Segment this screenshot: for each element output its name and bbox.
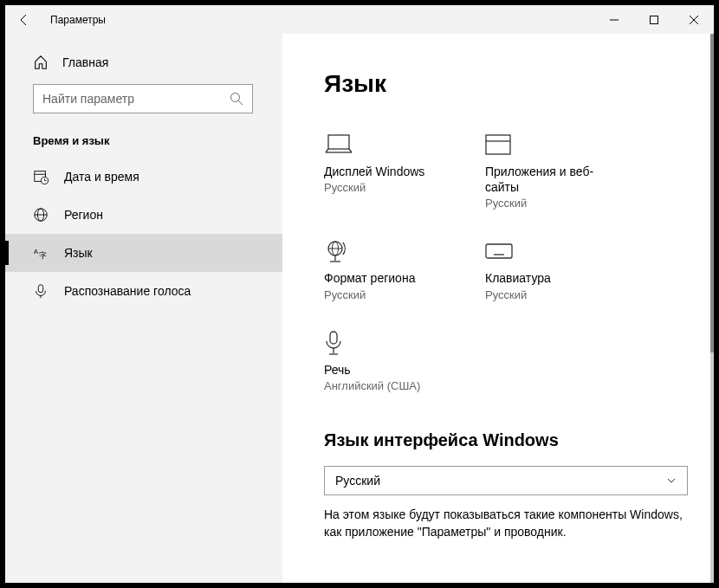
- titlebar: Параметры: [5, 5, 714, 34]
- section-display-language-title: Язык интерфейса Windows: [324, 430, 688, 450]
- tile-apps-websites[interactable]: Приложения и веб-сайты Русский: [485, 129, 615, 210]
- page-title: Язык: [324, 70, 688, 98]
- back-button[interactable]: [14, 10, 35, 30]
- tile-label: Клавиатура: [485, 270, 615, 286]
- dropdown-value: Русский: [335, 474, 666, 488]
- chevron-down-icon: [666, 475, 677, 486]
- sidebar-section-header: Время и язык: [5, 113, 282, 158]
- tile-value: Русский: [485, 197, 615, 210]
- window-icon: [485, 134, 511, 155]
- svg-rect-22: [486, 244, 512, 258]
- language-icon: A字: [33, 245, 49, 261]
- calendar-clock-icon: [33, 169, 49, 184]
- home-icon: [33, 55, 49, 70]
- nav-label: Дата и время: [64, 170, 139, 184]
- tile-keyboard[interactable]: Клавиатура Русский: [485, 236, 615, 300]
- nav-item-region[interactable]: Регион: [5, 196, 282, 234]
- keyboard-icon: [485, 242, 513, 261]
- maximize-button[interactable]: [634, 5, 674, 34]
- display-language-dropdown[interactable]: Русский: [324, 466, 688, 495]
- tile-speech[interactable]: Речь Английский (США): [324, 327, 454, 392]
- home-label: Главная: [62, 55, 108, 69]
- nav-item-datetime[interactable]: Дата и время: [5, 158, 282, 196]
- svg-line-3: [239, 101, 243, 106]
- svg-rect-31: [330, 332, 337, 344]
- tile-label: Дисплей Windows: [324, 164, 454, 179]
- globe-icon: [33, 207, 49, 223]
- tile-value: Русский: [324, 288, 454, 301]
- home-link[interactable]: Главная: [5, 46, 282, 79]
- tile-region-format[interactable]: Формат региона Русский: [324, 236, 454, 300]
- microphone-icon: [33, 283, 49, 299]
- search-icon: [230, 92, 243, 106]
- svg-rect-15: [486, 135, 510, 154]
- nav-label: Язык: [64, 246, 93, 260]
- svg-text:A: A: [34, 248, 38, 255]
- laptop-icon: [324, 133, 353, 156]
- tile-label: Приложения и веб-сайты: [485, 164, 615, 195]
- nav-item-language[interactable]: A字 Язык: [5, 234, 282, 272]
- nav-label: Регион: [64, 208, 103, 222]
- nav-item-speech[interactable]: Распознавание голоса: [5, 272, 282, 310]
- tile-display-language[interactable]: Дисплей Windows Русский: [324, 129, 454, 210]
- sidebar: Главная Время и язык Дата и время Регион…: [5, 34, 282, 583]
- search-input[interactable]: [42, 92, 230, 106]
- nav-label: Распознавание голоса: [64, 284, 191, 298]
- scrollbar[interactable]: [710, 34, 714, 583]
- window-title: Параметры: [50, 14, 106, 26]
- globe-stand-icon: [324, 239, 347, 263]
- scrollbar-thumb[interactable]: [710, 34, 714, 352]
- display-language-description: На этом языке будут показываться такие к…: [324, 506, 688, 541]
- svg-text:字: 字: [39, 251, 47, 260]
- tile-value: Английский (США): [324, 379, 454, 392]
- main-content: Язык Дисплей Windows Русский Приложения …: [282, 34, 714, 583]
- tile-label: Формат региона: [324, 270, 454, 286]
- tile-value: Русский: [324, 181, 454, 194]
- svg-rect-12: [38, 285, 42, 293]
- svg-rect-14: [328, 135, 349, 149]
- tile-value: Русский: [485, 288, 615, 301]
- svg-point-2: [231, 94, 240, 102]
- microphone-icon: [324, 330, 343, 356]
- tile-label: Речь: [324, 362, 454, 378]
- search-box[interactable]: [33, 84, 253, 113]
- minimize-button[interactable]: [594, 5, 634, 34]
- svg-rect-1: [651, 16, 658, 23]
- close-button[interactable]: [674, 5, 714, 34]
